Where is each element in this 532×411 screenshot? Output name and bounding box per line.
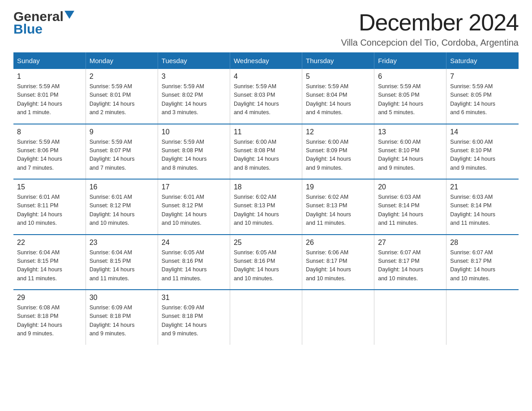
- day-number: 27: [378, 239, 442, 247]
- calendar-cell: 28Sunrise: 6:07 AMSunset: 8:17 PMDayligh…: [446, 235, 519, 290]
- day-info: Sunrise: 6:08 AMSunset: 8:18 PMDaylight:…: [17, 304, 82, 338]
- day-number: 15: [17, 183, 82, 191]
- day-info: Sunrise: 6:01 AMSunset: 8:12 PMDaylight:…: [90, 193, 154, 228]
- day-number: 13: [378, 128, 442, 136]
- day-number: 30: [90, 294, 154, 302]
- day-number: 7: [450, 73, 515, 81]
- day-number: 26: [306, 239, 370, 247]
- day-number: 12: [306, 128, 370, 136]
- calendar-cell: 23Sunrise: 6:04 AMSunset: 8:15 PMDayligh…: [86, 235, 158, 290]
- calendar-cell: 29Sunrise: 6:08 AMSunset: 8:18 PMDayligh…: [13, 290, 86, 345]
- day-info: Sunrise: 6:04 AMSunset: 8:15 PMDaylight:…: [17, 248, 82, 283]
- day-info: Sunrise: 6:00 AMSunset: 8:09 PMDaylight:…: [306, 138, 370, 173]
- calendar-cell: 24Sunrise: 6:05 AMSunset: 8:16 PMDayligh…: [158, 235, 230, 290]
- logo-blue-text: Blue: [13, 21, 43, 37]
- day-number: 19: [306, 183, 370, 191]
- calendar-cell: [230, 290, 302, 345]
- day-info: Sunrise: 6:09 AMSunset: 8:18 PMDaylight:…: [162, 304, 226, 338]
- day-info: Sunrise: 6:05 AMSunset: 8:16 PMDaylight:…: [162, 248, 226, 283]
- calendar-cell: 22Sunrise: 6:04 AMSunset: 8:15 PMDayligh…: [13, 235, 86, 290]
- calendar-cell: 16Sunrise: 6:01 AMSunset: 8:12 PMDayligh…: [86, 179, 158, 235]
- day-info: Sunrise: 5:59 AMSunset: 8:05 PMDaylight:…: [378, 82, 442, 117]
- calendar-week-2: 8Sunrise: 5:59 AMSunset: 8:06 PMDaylight…: [13, 124, 519, 180]
- day-number: 6: [378, 73, 442, 81]
- location-subtitle: Villa Concepcion del Tio, Cordoba, Argen…: [341, 38, 519, 48]
- day-number: 20: [378, 183, 442, 191]
- calendar-cell: 13Sunrise: 6:00 AMSunset: 8:10 PMDayligh…: [374, 124, 446, 180]
- day-number: 1: [17, 73, 82, 81]
- calendar-table: SundayMondayTuesdayWednesdayThursdayFrid…: [13, 52, 519, 345]
- day-info: Sunrise: 6:01 AMSunset: 8:11 PMDaylight:…: [17, 193, 82, 228]
- calendar-cell: 18Sunrise: 6:02 AMSunset: 8:13 PMDayligh…: [230, 179, 302, 235]
- weekday-header-tuesday: Tuesday: [158, 52, 230, 69]
- day-info: Sunrise: 6:07 AMSunset: 8:17 PMDaylight:…: [450, 248, 515, 283]
- day-info: Sunrise: 6:06 AMSunset: 8:17 PMDaylight:…: [306, 248, 370, 283]
- day-info: Sunrise: 5:59 AMSunset: 8:01 PMDaylight:…: [17, 82, 82, 117]
- calendar-cell: 14Sunrise: 6:00 AMSunset: 8:10 PMDayligh…: [446, 124, 519, 180]
- day-info: Sunrise: 5:59 AMSunset: 8:03 PMDaylight:…: [234, 82, 298, 117]
- day-info: Sunrise: 6:03 AMSunset: 8:14 PMDaylight:…: [450, 193, 515, 228]
- day-number: 21: [450, 183, 515, 191]
- day-number: 24: [162, 239, 226, 247]
- logo-triangle-icon: [64, 11, 74, 21]
- day-number: 23: [90, 239, 154, 247]
- day-info: Sunrise: 5:59 AMSunset: 8:04 PMDaylight:…: [306, 82, 370, 117]
- day-info: Sunrise: 6:03 AMSunset: 8:14 PMDaylight:…: [378, 193, 442, 228]
- day-number: 16: [90, 183, 154, 191]
- calendar-week-5: 29Sunrise: 6:08 AMSunset: 8:18 PMDayligh…: [13, 290, 519, 345]
- calendar-cell: 8Sunrise: 5:59 AMSunset: 8:06 PMDaylight…: [13, 124, 86, 180]
- day-number: 8: [17, 128, 82, 136]
- day-number: 11: [234, 128, 298, 136]
- day-info: Sunrise: 6:00 AMSunset: 8:10 PMDaylight:…: [378, 138, 442, 173]
- calendar-cell: [302, 290, 374, 345]
- calendar-cell: 30Sunrise: 6:09 AMSunset: 8:18 PMDayligh…: [86, 290, 158, 345]
- day-info: Sunrise: 5:59 AMSunset: 8:08 PMDaylight:…: [162, 138, 226, 173]
- calendar-cell: 7Sunrise: 5:59 AMSunset: 8:05 PMDaylight…: [446, 69, 519, 124]
- calendar-cell: 2Sunrise: 5:59 AMSunset: 8:01 PMDaylight…: [86, 69, 158, 124]
- day-number: 22: [17, 239, 82, 247]
- title-block: December 2024 Villa Concepcion del Tio, …: [341, 9, 519, 48]
- day-info: Sunrise: 6:07 AMSunset: 8:17 PMDaylight:…: [378, 248, 442, 283]
- day-info: Sunrise: 6:02 AMSunset: 8:13 PMDaylight:…: [234, 193, 298, 228]
- day-info: Sunrise: 6:02 AMSunset: 8:13 PMDaylight:…: [306, 193, 370, 228]
- calendar-cell: 4Sunrise: 5:59 AMSunset: 8:03 PMDaylight…: [230, 69, 302, 124]
- day-number: 5: [306, 73, 370, 81]
- day-number: 28: [450, 239, 515, 247]
- weekday-header-sunday: Sunday: [13, 52, 86, 69]
- calendar-cell: 3Sunrise: 5:59 AMSunset: 8:02 PMDaylight…: [158, 69, 230, 124]
- day-info: Sunrise: 5:59 AMSunset: 8:07 PMDaylight:…: [90, 138, 154, 173]
- day-number: 14: [450, 128, 515, 136]
- weekday-header-row: SundayMondayTuesdayWednesdayThursdayFrid…: [13, 52, 519, 69]
- calendar-cell: 19Sunrise: 6:02 AMSunset: 8:13 PMDayligh…: [302, 179, 374, 235]
- day-number: 18: [234, 183, 298, 191]
- calendar-cell: 20Sunrise: 6:03 AMSunset: 8:14 PMDayligh…: [374, 179, 446, 235]
- weekday-header-thursday: Thursday: [302, 52, 374, 69]
- calendar-cell: 9Sunrise: 5:59 AMSunset: 8:07 PMDaylight…: [86, 124, 158, 180]
- day-number: 2: [90, 73, 154, 81]
- day-info: Sunrise: 5:59 AMSunset: 8:01 PMDaylight:…: [90, 82, 154, 117]
- calendar-cell: 6Sunrise: 5:59 AMSunset: 8:05 PMDaylight…: [374, 69, 446, 124]
- day-number: 31: [162, 294, 226, 302]
- weekday-header-friday: Friday: [374, 52, 446, 69]
- calendar-cell: 27Sunrise: 6:07 AMSunset: 8:17 PMDayligh…: [374, 235, 446, 290]
- day-info: Sunrise: 6:00 AMSunset: 8:10 PMDaylight:…: [450, 138, 515, 173]
- day-info: Sunrise: 5:59 AMSunset: 8:05 PMDaylight:…: [450, 82, 515, 117]
- calendar-cell: [446, 290, 519, 345]
- calendar-cell: 11Sunrise: 6:00 AMSunset: 8:08 PMDayligh…: [230, 124, 302, 180]
- day-info: Sunrise: 6:09 AMSunset: 8:18 PMDaylight:…: [90, 304, 154, 338]
- day-info: Sunrise: 6:01 AMSunset: 8:12 PMDaylight:…: [162, 193, 226, 228]
- svg-marker-0: [64, 11, 74, 19]
- day-info: Sunrise: 6:04 AMSunset: 8:15 PMDaylight:…: [90, 248, 154, 283]
- day-info: Sunrise: 5:59 AMSunset: 8:06 PMDaylight:…: [17, 138, 82, 173]
- calendar-week-1: 1Sunrise: 5:59 AMSunset: 8:01 PMDaylight…: [13, 69, 519, 124]
- day-number: 10: [162, 128, 226, 136]
- page-header: General Blue December 2024 Villa Concepc…: [13, 9, 519, 48]
- day-info: Sunrise: 6:00 AMSunset: 8:08 PMDaylight:…: [234, 138, 298, 173]
- day-number: 3: [162, 73, 226, 81]
- logo: General Blue: [13, 9, 74, 37]
- calendar-cell: 21Sunrise: 6:03 AMSunset: 8:14 PMDayligh…: [446, 179, 519, 235]
- calendar-cell: 17Sunrise: 6:01 AMSunset: 8:12 PMDayligh…: [158, 179, 230, 235]
- calendar-cell: 12Sunrise: 6:00 AMSunset: 8:09 PMDayligh…: [302, 124, 374, 180]
- calendar-cell: 1Sunrise: 5:59 AMSunset: 8:01 PMDaylight…: [13, 69, 86, 124]
- calendar-cell: [374, 290, 446, 345]
